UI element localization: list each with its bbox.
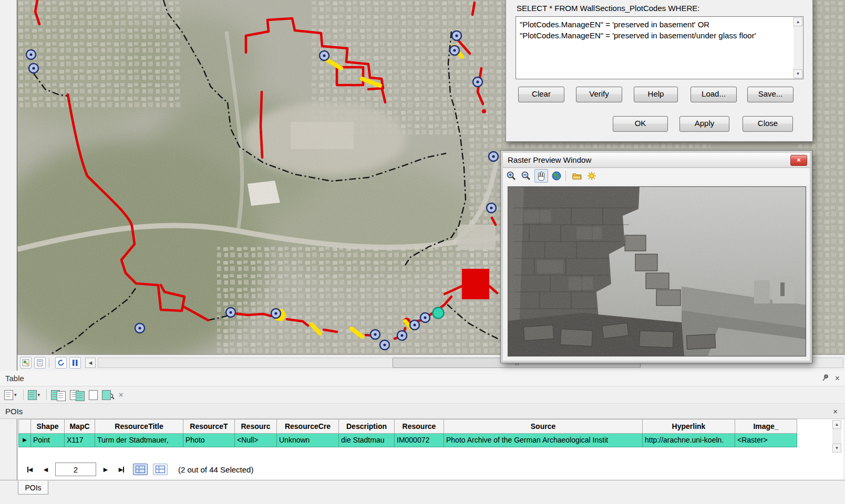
refresh-button[interactable]	[55, 357, 67, 369]
poi-marker[interactable]	[420, 313, 430, 322]
table-row[interactable]: ▶PointX117Turm der Stadtmauer,Photo<Null…	[18, 434, 797, 447]
table-cell[interactable]: <Raster>	[735, 434, 797, 447]
zoom-to-selected-icon[interactable]	[101, 389, 116, 401]
raster-toolbar	[503, 168, 810, 184]
previous-record-button[interactable]: ◀	[39, 464, 52, 475]
table-vertical-scrollbar[interactable]: ▲ ▼	[832, 420, 841, 453]
table-tabstrip: POIs ×	[0, 403, 845, 419]
pause-drawing-button[interactable]	[69, 357, 81, 369]
table-header-row: ShapeMapCResourceTitleResourceTResourcRe…	[18, 419, 797, 434]
close-icon[interactable]: ×	[790, 155, 807, 166]
selected-poi-marker[interactable]	[433, 308, 444, 319]
show-selected-records-button[interactable]	[153, 464, 168, 475]
scroll-up-button[interactable]: ▲	[832, 420, 841, 429]
raster-window-titlebar[interactable]: Raster Preview Window	[503, 153, 810, 168]
data-view-button[interactable]	[20, 357, 32, 369]
column-header-resourcecre[interactable]: ResourceCre	[277, 419, 339, 434]
save-button[interactable]: Save...	[747, 87, 794, 102]
verify-button[interactable]: Verify	[576, 87, 622, 102]
column-header-description[interactable]: Description	[339, 419, 395, 434]
column-header-resourcet[interactable]: ResourceT	[183, 419, 235, 434]
apply-button[interactable]: Apply	[679, 116, 729, 132]
table-cell[interactable]: http://arachne.uni-koeln.	[643, 434, 735, 447]
where-clause-scrollbar[interactable]: ▲ ▼	[794, 17, 802, 78]
select-highlighted-icon[interactable]	[50, 389, 67, 401]
poi-marker[interactable]	[29, 64, 38, 73]
clear-selection-icon[interactable]	[88, 389, 99, 401]
table-cell[interactable]: Turm der Stadtmauer,	[95, 434, 183, 447]
row-selector-header[interactable]	[18, 419, 31, 434]
column-header-mapc[interactable]: MapC	[65, 419, 95, 434]
last-record-button[interactable]: ▶	[115, 464, 128, 475]
switch-selection-icon[interactable]	[69, 389, 86, 401]
load-button[interactable]: Load...	[691, 87, 737, 102]
related-tables-icon[interactable]: ▾	[27, 389, 42, 401]
table-cell[interactable]: IM000072	[395, 434, 444, 447]
arcmap-application: ◀ SELECT * FROM WallSections_PlotCodes W…	[0, 0, 845, 504]
poi-marker[interactable]	[473, 77, 482, 87]
export-raster-icon[interactable]	[571, 170, 583, 182]
pin-icon[interactable]	[821, 371, 829, 386]
table-panel-titlebar[interactable]: Table ×	[0, 371, 845, 386]
zoom-in-icon[interactable]	[505, 170, 518, 182]
column-header-resource[interactable]: Resource	[395, 419, 444, 434]
help-button[interactable]: Help	[634, 87, 678, 102]
where-clause-line: "PlotCodes.ManageEN" = 'preserved in bas…	[520, 30, 790, 41]
poi-marker[interactable]	[320, 51, 329, 60]
scroll-down-button[interactable]: ▼	[794, 69, 802, 78]
table-panel-title: Table	[5, 374, 24, 383]
poi-marker[interactable]	[489, 152, 498, 161]
scroll-left-button[interactable]: ◀	[85, 358, 96, 368]
scroll-up-button[interactable]: ▲	[794, 17, 802, 26]
poi-marker[interactable]	[26, 50, 36, 59]
table-cell[interactable]: Point	[31, 434, 65, 447]
full-extent-globe-icon[interactable]	[550, 170, 563, 182]
poi-marker[interactable]	[271, 309, 281, 318]
poi-marker[interactable]	[487, 203, 496, 213]
column-header-shape[interactable]: Shape	[31, 419, 65, 434]
poi-marker[interactable]	[452, 31, 461, 40]
table-cell[interactable]: Photo Archive of the German Archaeologic…	[444, 434, 643, 447]
first-record-button[interactable]: ◀	[24, 464, 36, 475]
divider	[0, 480, 845, 480]
scroll-down-button[interactable]: ▼	[832, 444, 841, 453]
poi-marker[interactable]	[380, 340, 389, 350]
close-icon[interactable]: ×	[835, 371, 840, 386]
poi-marker[interactable]	[410, 320, 419, 330]
table-options-icon[interactable]: ▾	[3, 389, 18, 401]
attribute-table-panel: Table × ▾ ▾	[0, 371, 845, 504]
next-record-button[interactable]: ▶	[99, 464, 112, 475]
close-button[interactable]: Close	[743, 116, 793, 132]
column-header-image_[interactable]: Image_	[735, 419, 797, 434]
show-all-records-button[interactable]	[133, 464, 148, 475]
tab-pois[interactable]: POIs	[5, 407, 23, 416]
poi-marker[interactable]	[135, 323, 145, 333]
column-header-resourcetitle[interactable]: ResourceTitle	[95, 419, 183, 434]
query-builder-dialog[interactable]: SELECT * FROM WallSections_PlotCodes WHE…	[506, 0, 813, 142]
delete-selected-icon[interactable]: ×	[118, 389, 124, 401]
raster-preview-window[interactable]: Raster Preview Window ×	[501, 151, 812, 363]
column-header-hyperlink[interactable]: Hyperlink	[643, 419, 735, 434]
pan-hand-icon[interactable]	[534, 169, 548, 183]
table-cell[interactable]: Photo	[183, 434, 235, 447]
layout-view-button[interactable]	[34, 357, 46, 369]
poi-marker[interactable]	[370, 330, 380, 339]
ok-button[interactable]: OK	[613, 116, 668, 132]
clear-button[interactable]: Clear	[518, 87, 564, 102]
table-cell[interactable]: die Stadtmau	[339, 434, 395, 447]
row-selector[interactable]: ▶	[18, 434, 31, 447]
poi-marker[interactable]	[397, 331, 407, 340]
record-number-input[interactable]	[55, 463, 96, 476]
column-header-resourc[interactable]: Resourc	[235, 419, 277, 434]
where-clause-box[interactable]: "PlotCodes.ManageEN" = 'preserved in bas…	[516, 16, 803, 79]
column-header-source[interactable]: Source	[444, 419, 643, 434]
table-cell[interactable]: X117	[65, 434, 95, 447]
poi-marker[interactable]	[226, 308, 235, 317]
close-icon[interactable]: ×	[833, 404, 838, 419]
bottom-tab-pois[interactable]: POIs	[18, 480, 48, 495]
table-cell[interactable]: Unknown	[277, 434, 339, 447]
table-cell[interactable]: <Null>	[235, 434, 277, 447]
zoom-out-icon[interactable]	[520, 170, 532, 182]
poi-marker[interactable]	[450, 46, 459, 55]
sun-brightness-icon[interactable]	[585, 170, 598, 182]
